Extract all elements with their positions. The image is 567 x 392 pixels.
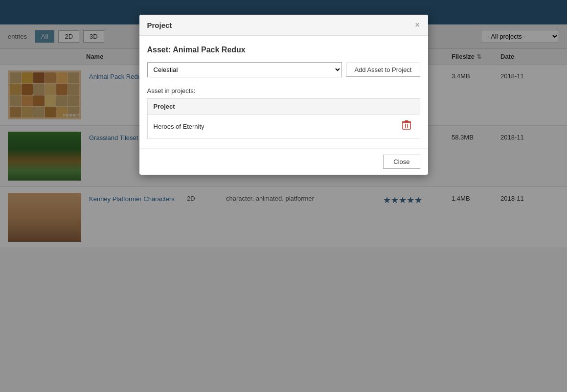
modal-asset-title: Asset: Animal Pack Redux	[147, 46, 420, 54]
modal-overlay: Project × Asset: Animal Pack Redux Celes…	[0, 0, 567, 392]
svg-rect-4	[405, 120, 408, 122]
add-project-row: CelestialHeroes of Eternity Add Asset to…	[147, 62, 420, 77]
add-asset-to-project-button[interactable]: Add Asset to Project	[346, 63, 420, 77]
projects-table-header-label: Project	[154, 103, 414, 110]
project-row-name: Heroes of Eternity	[154, 123, 399, 130]
page-background: entries All 2D 3D - All projects - Name …	[0, 0, 567, 392]
projects-table-header: Project	[148, 99, 420, 115]
project-dropdown[interactable]: CelestialHeroes of Eternity	[147, 62, 342, 77]
svg-rect-0	[403, 122, 410, 129]
delete-project-button[interactable]	[399, 119, 414, 133]
project-modal: Project × Asset: Animal Pack Redux Celes…	[139, 15, 428, 175]
asset-in-projects-label: Asset in projects:	[147, 87, 420, 94]
svg-rect-1	[405, 124, 406, 128]
modal-title: Project	[147, 21, 172, 29]
project-table-row: Heroes of Eternity	[148, 115, 420, 138]
trash-icon	[402, 120, 411, 130]
modal-header: Project ×	[139, 15, 428, 36]
modal-close-button[interactable]: ×	[415, 21, 420, 29]
projects-table: Project Heroes of Eternity	[147, 98, 420, 138]
modal-footer: Close	[139, 148, 428, 175]
svg-rect-2	[407, 124, 408, 128]
modal-close-bottom-button[interactable]: Close	[383, 155, 420, 169]
modal-body: Asset: Animal Pack Redux CelestialHeroes…	[139, 36, 428, 148]
